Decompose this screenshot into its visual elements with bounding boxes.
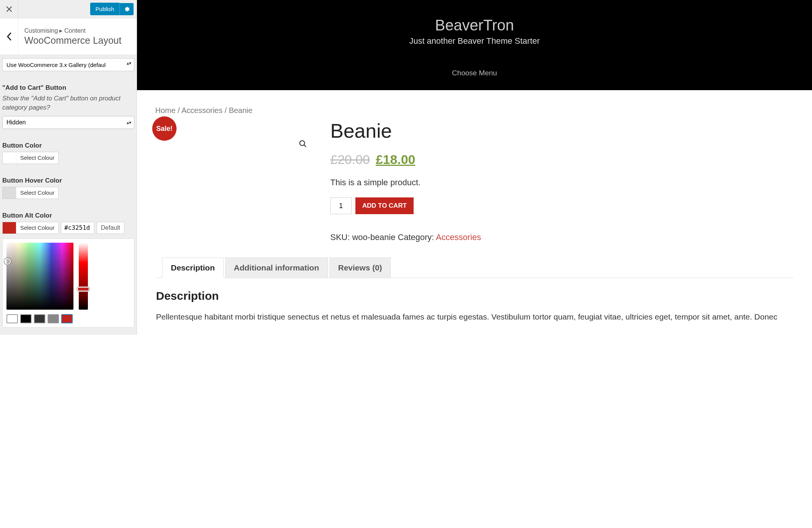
back-button[interactable] xyxy=(0,18,18,55)
category-label: Category: xyxy=(395,232,436,242)
category-link[interactable]: Accessories xyxy=(436,232,481,242)
close-button[interactable] xyxy=(0,0,18,18)
select-colour-label: Select Colour xyxy=(16,152,58,164)
short-description: This is a simple product. xyxy=(330,178,794,188)
tab-reviews[interactable]: Reviews (0) xyxy=(330,258,391,278)
sku-label: SKU: xyxy=(330,232,352,242)
sale-badge: Sale! xyxy=(152,116,177,141)
panel-body: Use WooCommerce 3.x Gallery (defaul ▴▾ "… xyxy=(0,55,137,328)
swatch-icon xyxy=(3,222,16,234)
select-colour-label: Select Colour xyxy=(16,222,58,234)
product-gallery: Sale! xyxy=(155,119,315,242)
palette-row xyxy=(6,314,73,323)
customizer-sidebar: Publish Customising ▸ Content WooCommerc… xyxy=(0,0,137,335)
tab-additional-info[interactable]: Additional information xyxy=(225,258,328,278)
palette-swatch[interactable] xyxy=(34,314,45,323)
button-color-picker[interactable]: Select Colour xyxy=(2,152,59,164)
svg-line-1 xyxy=(304,145,306,147)
tab-description[interactable]: Description xyxy=(162,258,224,278)
button-alt-color-picker[interactable]: Select Colour xyxy=(2,222,59,234)
button-color-heading: Button Color xyxy=(2,142,134,149)
button-alt-heading: Button Alt Color xyxy=(2,212,134,219)
quantity-input[interactable] xyxy=(330,197,352,214)
site-tagline: Just another Beaver Theme Starter xyxy=(145,36,804,46)
panel-header: Customising ▸ Content WooCommerce Layout xyxy=(0,18,137,55)
add-to-cart-description: Show the "Add to Cart" button on product… xyxy=(2,94,134,112)
color-picker-panel xyxy=(2,239,134,328)
product-meta: SKU: woo-beanie Category: Accessories xyxy=(330,232,794,242)
product-summary: Beanie £20.00 £18.00 This is a simple pr… xyxy=(330,119,794,242)
gallery-select[interactable]: Use WooCommerce 3.x Gallery (defaul xyxy=(2,58,134,71)
select-colour-label: Select Colour xyxy=(16,187,58,199)
breadcrumb[interactable]: Home / Accessories / Beanie xyxy=(155,106,794,115)
product-title: Beanie xyxy=(330,119,794,142)
button-hover-color-picker[interactable]: Select Colour xyxy=(2,187,59,199)
product-page: Home / Accessories / Beanie Sale! Beanie… xyxy=(137,90,812,335)
panel-breadcrumb: Customising ▸ Content xyxy=(24,27,121,34)
product-tabs: Description Additional information Revie… xyxy=(155,258,794,278)
old-price: £20.00 xyxy=(330,152,370,167)
default-button[interactable]: Default xyxy=(97,222,124,234)
preview-pane: BeaverTron Just another Beaver Theme Sta… xyxy=(137,0,812,335)
tab-content: Description Pellentesque habitant morbi … xyxy=(155,278,794,334)
add-to-cart-button[interactable]: ADD TO CART xyxy=(355,197,414,214)
hue-handle-icon[interactable] xyxy=(77,287,89,291)
button-hover-heading: Button Hover Color xyxy=(2,177,134,184)
site-title: BeaverTron xyxy=(145,17,804,34)
swatch-icon xyxy=(3,152,16,164)
sku-value: woo-beanie xyxy=(352,232,395,242)
choose-menu-link[interactable]: Choose Menu xyxy=(145,69,804,77)
description-heading: Description xyxy=(156,289,793,302)
zoom-icon[interactable] xyxy=(296,137,310,151)
panel-title: WooCommerce Layout xyxy=(24,35,121,46)
price: £20.00 £18.00 xyxy=(330,152,794,167)
hue-slider[interactable] xyxy=(79,243,88,310)
palette-swatch[interactable] xyxy=(6,314,18,323)
add-to-cart-heading: "Add to Cart" Button xyxy=(2,84,134,92)
saturation-area[interactable] xyxy=(6,243,73,310)
hex-input[interactable] xyxy=(61,222,94,234)
publish-button[interactable]: Publish xyxy=(90,3,119,15)
palette-swatch[interactable] xyxy=(48,314,59,323)
palette-swatch[interactable] xyxy=(20,314,32,323)
sidebar-top-bar: Publish xyxy=(0,0,137,18)
add-to-cart-select[interactable]: Hidden xyxy=(2,116,134,129)
site-header: BeaverTron Just another Beaver Theme Sta… xyxy=(137,0,812,90)
svg-point-0 xyxy=(300,141,305,146)
palette-swatch[interactable] xyxy=(61,314,73,323)
publish-settings-button[interactable] xyxy=(119,3,134,15)
description-text: Pellentesque habitant morbi tristique se… xyxy=(156,311,793,323)
new-price: £18.00 xyxy=(376,152,415,167)
sv-cursor-icon[interactable] xyxy=(4,258,11,265)
swatch-icon xyxy=(3,187,16,199)
